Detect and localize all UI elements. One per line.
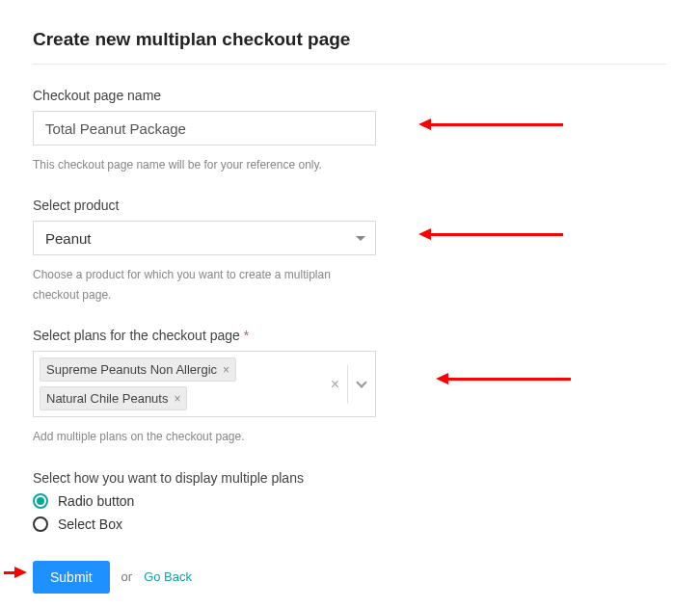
plans-help: Add multiple plans on the checkout page. (33, 427, 667, 446)
product-label: Select product (33, 198, 667, 213)
radio-option-select-box[interactable]: Select Box (33, 516, 667, 532)
checkout-name-label: Checkout page name (33, 88, 667, 103)
annotation-arrow (436, 378, 571, 380)
remove-chip-icon[interactable]: × (174, 392, 180, 406)
field-checkout-name: Checkout page name This checkout page na… (33, 88, 667, 174)
annotation-arrow (418, 233, 563, 235)
plan-chip[interactable]: Natural Chile Peanuts × (40, 386, 187, 410)
multiselect-actions: × (323, 352, 375, 416)
field-display-mode: Select how you want to display multiple … (33, 470, 667, 532)
clear-all-icon[interactable]: × (323, 365, 348, 404)
product-select-value: Peanut (45, 230, 92, 247)
page-title: Create new multiplan checkout page (33, 29, 667, 65)
checkout-name-input[interactable] (33, 111, 376, 145)
radio-icon (33, 516, 48, 532)
annotation-arrow (4, 571, 27, 573)
or-text: or (121, 569, 133, 584)
display-label: Select how you want to display multiple … (33, 470, 667, 486)
chevron-down-icon (356, 377, 366, 387)
plan-chip-label: Natural Chile Peanuts (46, 391, 168, 406)
annotation-arrow (418, 123, 563, 125)
product-select[interactable]: Peanut (33, 221, 376, 255)
radio-option-radio-button[interactable]: Radio button (33, 493, 667, 509)
field-select-plans: Select plans for the checkout page * Sup… (33, 328, 667, 446)
checkout-name-help: This checkout page name will be for your… (33, 155, 667, 174)
dropdown-toggle[interactable] (348, 352, 375, 416)
radio-icon (33, 493, 48, 509)
action-row: Submit or Go Back (33, 561, 667, 594)
plans-chips-wrap: Supreme Peanuts Non Allergic × Natural C… (34, 352, 323, 416)
plan-chip[interactable]: Supreme Peanuts Non Allergic × (40, 357, 236, 382)
plan-chip-label: Supreme Peanuts Non Allergic (46, 362, 217, 377)
plans-label-text: Select plans for the checkout page (33, 328, 240, 343)
field-select-product: Select product Peanut Choose a product f… (33, 198, 667, 304)
go-back-link[interactable]: Go Back (144, 569, 192, 584)
remove-chip-icon[interactable]: × (223, 363, 229, 377)
submit-button[interactable]: Submit (33, 561, 110, 594)
product-help: Choose a product for which you want to c… (33, 265, 376, 304)
caret-down-icon (356, 236, 365, 241)
plans-label: Select plans for the checkout page * (33, 328, 667, 343)
radio-label: Select Box (58, 516, 122, 532)
required-marker: * (244, 328, 249, 343)
plans-multiselect[interactable]: Supreme Peanuts Non Allergic × Natural C… (33, 351, 376, 417)
radio-label: Radio button (58, 493, 134, 509)
